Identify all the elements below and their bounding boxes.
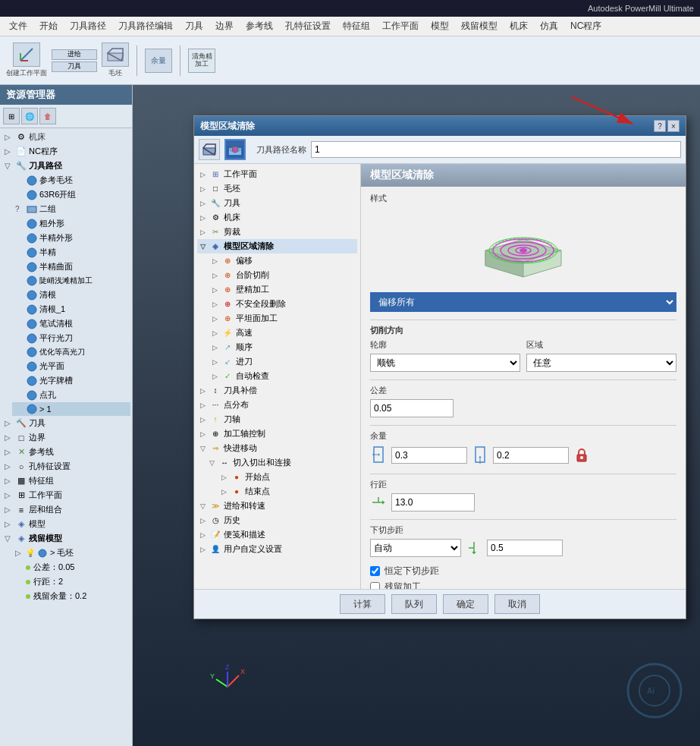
tool-btn[interactable]: 刀具: [52, 61, 97, 72]
menu-hole[interactable]: 孔特征设置: [279, 18, 337, 34]
menu-nc[interactable]: NC程序: [564, 18, 607, 34]
tree-feat-group[interactable]: ▷▦特征组: [2, 474, 130, 488]
tree-toolpath[interactable]: ▽ 🔧 刀具路径: [2, 159, 130, 173]
stock-input-2[interactable]: [493, 447, 569, 464]
residual-label[interactable]: 残留加工: [385, 581, 421, 589]
tree-tool[interactable]: ▷🔨刀具: [2, 416, 130, 430]
dtree-blank[interactable]: ▷□毛坯: [197, 181, 357, 196]
tree-model[interactable]: ▷◈模型: [2, 517, 130, 531]
dtree-workplane[interactable]: ▷⊞工作平面: [197, 167, 357, 181]
dtree-wall-finish[interactable]: ▷⊕壁精加工: [209, 282, 357, 297]
dialog-close-btn[interactable]: ×: [667, 120, 680, 132]
dtree-model-clear[interactable]: ▽ ◈ 模型区域清除: [197, 239, 357, 253]
residual-checkbox[interactable]: [370, 582, 380, 589]
calc-btn[interactable]: 计算: [340, 594, 385, 614]
menu-residual[interactable]: 残留模型: [455, 18, 504, 34]
tree-pencil[interactable]: 笔试清根: [12, 316, 130, 331]
tree-semi-surface[interactable]: 半精曲面: [12, 260, 130, 274]
menu-file[interactable]: 文件: [3, 18, 33, 34]
tree-rough-outer[interactable]: 粗外形: [12, 216, 130, 231]
dtree-step-cut[interactable]: ▷⊕台阶切削: [209, 268, 357, 282]
tree-cleanup1[interactable]: 清根_1: [12, 302, 130, 316]
dtree-history[interactable]: ▷◷历史: [197, 513, 357, 527]
tree-sign[interactable]: 光字牌槽: [12, 373, 130, 388]
menu-machine[interactable]: 机床: [504, 18, 534, 34]
tree-ref-blank[interactable]: 参考毛坯: [12, 173, 130, 187]
dtree-point-dist[interactable]: ▷···点分布: [197, 398, 357, 412]
dialog-icon-btn2[interactable]: [224, 139, 246, 160]
menu-start[interactable]: 开始: [33, 18, 64, 34]
dtree-start-pt[interactable]: ▷●开始点: [218, 470, 357, 484]
style-dropdown[interactable]: 偏移所有 偏移模型 光栅 轮廓: [370, 292, 676, 312]
tree-layers[interactable]: ▷≡层和组合: [2, 502, 130, 517]
surplus-btn[interactable]: 余量: [145, 49, 172, 73]
tree-63r6[interactable]: 63R6开组: [12, 187, 130, 202]
sidebar-btn-2[interactable]: 🌐: [21, 108, 38, 124]
dtree-trim[interactable]: ▷✂剪裁: [197, 225, 357, 239]
create-workplane-btn[interactable]: [13, 42, 40, 67]
feed-btn[interactable]: 进给: [52, 49, 97, 60]
menu-tool[interactable]: 刀具: [179, 18, 209, 34]
stepdown-input[interactable]: [487, 540, 563, 556]
dtree-feedrate[interactable]: ▽≫进给和转速: [197, 499, 357, 513]
dtree-notes[interactable]: ▷📝便笺和描述: [197, 527, 357, 542]
dtree-user-settings[interactable]: ▷👤用户自定义设置: [197, 542, 357, 556]
dtree-machine[interactable]: ▷⚙机床: [197, 210, 357, 225]
menu-reference[interactable]: 参考线: [240, 18, 279, 34]
contour-dropdown[interactable]: 顺铣 逆铣: [370, 354, 520, 372]
cancel-btn[interactable]: 取消: [494, 594, 540, 614]
tree-workplane[interactable]: ▷⊞工作平面: [2, 488, 130, 502]
stock-input-1[interactable]: [391, 447, 467, 464]
dtree-entry[interactable]: ▷↙进刀: [209, 354, 357, 369]
menu-model[interactable]: 模型: [425, 18, 455, 34]
menu-feature[interactable]: 特征组: [337, 18, 376, 34]
region-dropdown[interactable]: 任意 顺铣 逆铣: [526, 354, 676, 372]
tree-blank-main[interactable]: ▷ 💡 > 毛坯: [12, 546, 130, 560]
constant-stepdown-label[interactable]: 恒定下切步距: [385, 565, 439, 578]
tree-semi[interactable]: 半精: [12, 245, 130, 260]
dialog-icon-btn[interactable]: [199, 139, 220, 160]
dtree-end-pt[interactable]: ▷●结束点: [218, 484, 357, 499]
queue-btn[interactable]: 队列: [391, 594, 437, 614]
tree-refline[interactable]: ▷✕参考线: [2, 445, 130, 459]
dtree-unsafe-remove[interactable]: ▷⊕不安全段删除: [209, 297, 357, 311]
dtree-tool-comp[interactable]: ▷↕刀具补偿: [197, 383, 357, 398]
dtree-auto-check[interactable]: ▷✓自动检查: [209, 369, 357, 383]
tree-group2[interactable]: ?二组: [12, 202, 130, 216]
tree-machine[interactable]: ▷ ⚙ 机床: [2, 130, 130, 144]
tree-cleanup[interactable]: 清根: [12, 288, 130, 302]
lock-icon[interactable]: [573, 447, 590, 464]
tree-flat[interactable]: 光平面: [12, 359, 130, 373]
tree-semi-outer[interactable]: 半精外形: [12, 231, 130, 245]
menu-boundary[interactable]: 边界: [209, 18, 240, 34]
stepdown-dropdown[interactable]: 自动 固定: [370, 539, 461, 557]
dialog-help-btn[interactable]: ?: [654, 120, 666, 132]
tree-nc[interactable]: ▷ 📄 NC程序: [2, 144, 130, 159]
dtree-tool[interactable]: ▷🔧刀具: [197, 196, 357, 210]
dtree-order[interactable]: ▷↗顺序: [209, 340, 357, 354]
tree-hole-feat[interactable]: ▷○孔特征设置: [2, 459, 130, 474]
dtree-offset[interactable]: ▷⊕偏移: [209, 253, 357, 268]
dtree-flat-face[interactable]: ▷⊕平坦面加工: [209, 311, 357, 326]
tree-parallel[interactable]: 平行光刀: [12, 331, 130, 345]
menu-sim[interactable]: 仿真: [534, 18, 564, 34]
constant-stepdown-checkbox[interactable]: [370, 566, 380, 576]
menu-toolpath-edit[interactable]: 刀具路径编辑: [112, 18, 179, 34]
dtree-fast-move[interactable]: ▽⇒快进移动: [197, 441, 357, 455]
dtree-tool-axis[interactable]: ▷↑刀轴: [197, 412, 357, 427]
tree-boundary[interactable]: ▷□边界: [2, 430, 130, 445]
menu-workplane[interactable]: 工作平面: [376, 18, 425, 34]
clear-corner-btn[interactable]: 清角精加工: [188, 49, 215, 73]
sidebar-btn-1[interactable]: ⊞: [3, 108, 20, 124]
dtree-highspeed[interactable]: ▷⚡高速: [209, 326, 357, 340]
ok-btn[interactable]: 确定: [443, 594, 488, 614]
dtree-lead[interactable]: ▽↔切入切出和连接: [197, 455, 357, 470]
dtree-axis-ctrl[interactable]: ▷⊕加工轴控制: [197, 427, 357, 441]
blank-btn[interactable]: [102, 42, 129, 67]
tree-residual[interactable]: ▽◈残留模型: [2, 531, 130, 546]
tree-optimize[interactable]: 优化等高光刀: [12, 345, 130, 359]
name-field[interactable]: [311, 141, 681, 158]
menu-toolpath[interactable]: 刀具路径: [64, 18, 112, 34]
stepover-input[interactable]: [391, 493, 475, 511]
tree-path1[interactable]: > 1: [12, 402, 130, 416]
